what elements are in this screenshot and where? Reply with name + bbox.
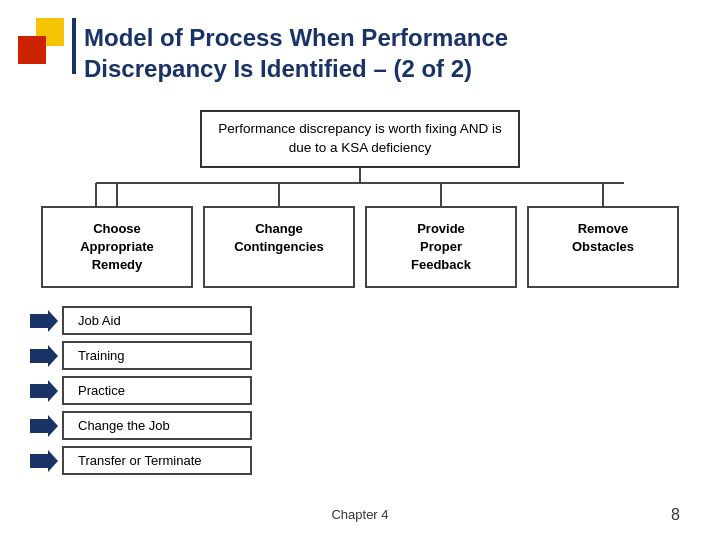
footer: Chapter 4 8 xyxy=(0,507,720,522)
svg-marker-10 xyxy=(30,345,58,367)
sub-item-practice: Practice xyxy=(30,376,700,405)
connector-svg xyxy=(20,168,700,206)
arrow-icon xyxy=(30,415,58,437)
top-box: Performance discrepancy is worth fixing … xyxy=(200,110,520,168)
top-row: Performance discrepancy is worth fixing … xyxy=(20,110,700,168)
sub-label-training: Training xyxy=(62,341,252,370)
sub-item-job-aid: Job Aid xyxy=(30,306,700,335)
sub-label-job-aid: Job Aid xyxy=(62,306,252,335)
sub-label-practice: Practice xyxy=(62,376,252,405)
svg-marker-11 xyxy=(30,380,58,402)
svg-marker-12 xyxy=(30,415,58,437)
sub-item-change-job: Change the Job xyxy=(30,411,700,440)
box-provide-feedback: ProvideProperFeedback xyxy=(365,206,517,289)
box-remove-obstacles: RemoveObstacles xyxy=(527,206,679,289)
sub-item-transfer-terminate: Transfer or Terminate xyxy=(30,446,700,475)
page-title: Model of Process When Performance Discre… xyxy=(84,22,674,84)
red-square xyxy=(18,36,46,64)
svg-marker-9 xyxy=(30,310,58,332)
svg-marker-13 xyxy=(30,450,58,472)
footer-page: 8 xyxy=(671,506,680,524)
decorative-bar xyxy=(72,18,76,74)
box-choose-remedy: ChooseAppropriateRemedy xyxy=(41,206,193,289)
diagram: Performance discrepancy is worth fixing … xyxy=(20,110,700,481)
sub-label-transfer-terminate: Transfer or Terminate xyxy=(62,446,252,475)
arrow-icon xyxy=(30,450,58,472)
arrow-icon xyxy=(30,380,58,402)
decorative-squares xyxy=(18,18,70,70)
sub-label-change-job: Change the Job xyxy=(62,411,252,440)
four-boxes: ChooseAppropriateRemedy ChangeContingenc… xyxy=(20,206,700,289)
arrow-icon xyxy=(30,345,58,367)
sub-item-training: Training xyxy=(30,341,700,370)
arrow-icon xyxy=(30,310,58,332)
box-change-contingencies: ChangeContingencies xyxy=(203,206,355,289)
footer-chapter: Chapter 4 xyxy=(331,507,388,522)
sub-items-list: Job Aid Training Practice Change xyxy=(30,306,700,475)
